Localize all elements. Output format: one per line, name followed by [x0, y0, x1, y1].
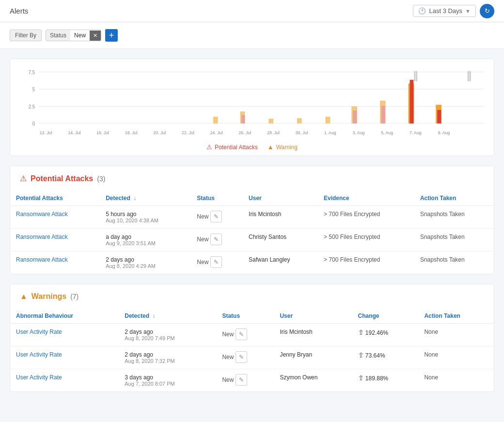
col-status: Status — [191, 191, 243, 206]
evidence-cell: > 700 Files Encrypted — [318, 251, 414, 274]
chart-svg: 7.5 5 2.5 0 12. Jul 14. Jul 16. Jul 18. … — [20, 67, 484, 140]
user-cell-w: Iris Mcintosh — [274, 324, 352, 346]
edit-status-button[interactable]: ✎ — [210, 211, 222, 222]
detected-absolute: Aug 8, 2020 4:29 AM — [106, 263, 185, 269]
svg-text:7.5: 7.5 — [29, 70, 35, 75]
main-content: 7.5 5 2.5 0 12. Jul 14. Jul 16. Jul 18. … — [0, 49, 504, 411]
attack-row: Ransomware Attack 5 hours ago Aug 10, 20… — [10, 206, 494, 229]
attack-link[interactable]: Ransomware Attack — [16, 211, 68, 218]
behaviour-link[interactable]: User Activity Rate — [16, 328, 62, 335]
behaviour-name-cell: User Activity Rate — [10, 324, 119, 346]
svg-text:3. Aug: 3. Aug — [352, 130, 364, 135]
col-detected: Detected ↓ — [100, 191, 191, 206]
attack-row: Ransomware Attack a day ago Aug 9, 2020 … — [10, 229, 494, 251]
change-cell: ⇧ 73.64% — [352, 346, 419, 369]
col-evidence: Evidence — [318, 191, 414, 206]
potential-attacks-header: ⚠ Potential Attacks (3) — [10, 166, 494, 191]
evidence-cell: > 500 Files Encrypted — [318, 229, 414, 251]
svg-text:24. Jul: 24. Jul — [210, 130, 223, 135]
user-cell-w: Szymon Owen — [274, 369, 352, 392]
status-value: New — [197, 236, 208, 243]
add-filter-button[interactable]: + — [105, 29, 118, 42]
potential-attacks-icon: ⚠ — [20, 174, 27, 183]
svg-text:0: 0 — [32, 121, 35, 126]
user-value-w: Iris Mcintosh — [280, 328, 312, 335]
user-value: Christy Santos — [249, 234, 286, 240]
triangle-warn-icon: ▲ — [268, 143, 274, 151]
svg-text:7. Aug: 7. Aug — [410, 130, 422, 135]
warning-row: User Activity Rate 2 days ago Aug 8, 202… — [10, 346, 494, 369]
circle-exclaim-icon: ⚠ — [206, 143, 212, 151]
attack-name-cell: Ransomware Attack — [10, 206, 100, 229]
detected-absolute-w: Aug 8, 2020 7:49 PM — [125, 335, 210, 341]
svg-text:20. Jul: 20. Jul — [153, 130, 166, 135]
detected-absolute-w: Aug 7, 2020 8:07 PM — [125, 381, 210, 387]
detected-cell-w: 2 days ago Aug 8, 2020 7:49 PM — [119, 324, 216, 346]
svg-rect-27 — [297, 118, 302, 124]
action-cell: Snapshots Taken — [414, 251, 494, 274]
svg-text:14. Jul: 14. Jul — [68, 130, 80, 135]
detected-relative: 2 days ago — [106, 256, 185, 263]
col-attack: Potential Attacks — [10, 191, 100, 206]
chart-legend: ⚠ Potential Attacks ▲ Warning — [20, 143, 484, 151]
user-value-w: Szymon Owen — [280, 374, 317, 381]
warnings-table: Abnormal Behaviour Detected ↓ Status Use… — [10, 309, 494, 391]
attack-link[interactable]: Ransomware Attack — [16, 256, 68, 263]
attack-link[interactable]: Ransomware Attack — [16, 234, 68, 240]
detected-cell: 5 hours ago Aug 10, 2020 4:38 AM — [100, 206, 191, 229]
svg-text:5: 5 — [32, 87, 35, 92]
refresh-button[interactable]: ↻ — [480, 4, 494, 18]
potential-attacks-section: ⚠ Potential Attacks (3) Potential Attack… — [10, 166, 494, 274]
edit-status-button[interactable]: ✎ — [210, 256, 222, 268]
status-value-w: New — [222, 354, 234, 360]
edit-status-button-w[interactable]: ✎ — [236, 374, 247, 386]
svg-rect-33 — [414, 71, 415, 81]
up-arrow-icon: ⇧ — [358, 374, 364, 382]
up-arrow-icon: ⇧ — [358, 328, 364, 336]
svg-rect-39 — [468, 71, 469, 81]
svg-text:12. Jul: 12. Jul — [40, 130, 52, 135]
edit-status-button-w[interactable]: ✎ — [236, 351, 247, 363]
behaviour-link[interactable]: User Activity Rate — [16, 374, 62, 381]
edit-status-button[interactable]: ✎ — [210, 234, 222, 245]
svg-rect-28 — [326, 117, 331, 124]
change-cell: ⇧ 189.88% — [352, 369, 419, 392]
user-value-w: Jenny Bryan — [280, 351, 312, 358]
time-selector[interactable]: 🕐 Last 3 Days ▼ — [413, 5, 476, 17]
legend-warning: ▲ Warning — [268, 143, 298, 151]
filter-tag-close[interactable]: ✕ — [90, 31, 101, 41]
user-cell-w: Jenny Bryan — [274, 346, 352, 369]
filter-tag: Status New ✕ — [46, 30, 101, 41]
potential-attacks-header-row: Potential Attacks Detected ↓ Status User… — [10, 191, 494, 206]
col-behaviour: Abnormal Behaviour — [10, 309, 119, 324]
svg-rect-26 — [268, 119, 273, 124]
svg-text:18. Jul: 18. Jul — [125, 130, 138, 135]
warning-row: User Activity Rate 2 days ago Aug 8, 202… — [10, 324, 494, 346]
status-cell: New ✎ — [191, 206, 243, 229]
chart-area: 7.5 5 2.5 0 12. Jul 14. Jul 16. Jul 18. … — [20, 67, 484, 140]
change-pct: 73.64% — [365, 352, 385, 359]
col-action-w: Action Taken — [418, 309, 494, 324]
edit-status-button-w[interactable]: ✎ — [236, 328, 247, 340]
svg-text:5. Aug: 5. Aug — [381, 130, 393, 135]
detected-absolute-w: Aug 8, 2020 7:32 PM — [125, 358, 210, 364]
svg-rect-38 — [437, 110, 441, 124]
svg-text:28. Jul: 28. Jul — [267, 130, 280, 135]
warnings-header: ▲ Warnings (7) — [10, 284, 494, 309]
detected-relative: 5 hours ago — [106, 211, 185, 218]
detected-cell-w: 3 days ago Aug 7, 2020 8:07 PM — [119, 369, 216, 392]
change-cell: ⇧ 192.46% — [352, 324, 419, 346]
refresh-icon: ↻ — [485, 7, 490, 15]
potential-attacks-table: Potential Attacks Detected ↓ Status User… — [10, 191, 494, 274]
filter-tag-value: New — [70, 30, 90, 41]
behaviour-link[interactable]: User Activity Rate — [16, 351, 62, 358]
user-cell: Iris Mcintosh — [243, 206, 318, 229]
page-header: Alerts 🕐 Last 3 Days ▼ ↻ — [0, 0, 504, 22]
svg-rect-25 — [241, 115, 245, 124]
col-action: Action Taken — [414, 191, 494, 206]
filter-by-button[interactable]: Filter By — [10, 30, 42, 41]
legend-potential-attacks-label: Potential Attacks — [215, 144, 258, 151]
user-value: Safwan Langley — [249, 256, 290, 263]
col-change: Change — [352, 309, 419, 324]
potential-attacks-title: Potential Attacks — [31, 174, 93, 183]
